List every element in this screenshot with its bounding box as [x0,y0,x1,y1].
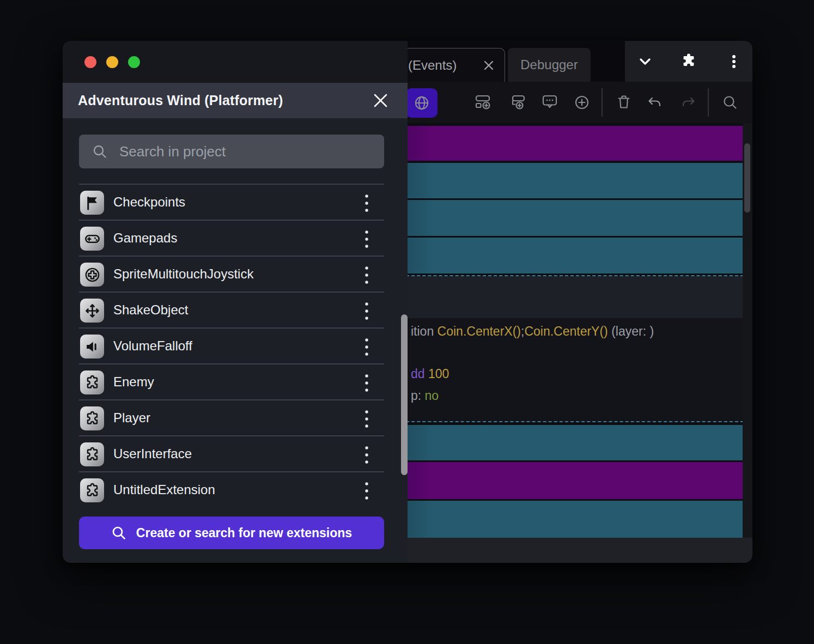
project-item-player[interactable]: Player [79,399,384,435]
add-subevent-button[interactable] [508,93,527,112]
project-item-volumefalloff[interactable]: VolumeFalloff [79,327,384,363]
delete-button[interactable] [615,93,633,112]
flag-icon [80,191,104,215]
project-item-label: UntitledExtension [113,482,215,497]
project-item-label: Player [113,410,150,426]
search-input[interactable]: Search in project [79,135,384,168]
panel-header: Adventurous Wind (Platformer) [63,83,408,118]
event-conditions-area[interactable] [402,276,743,318]
project-item-label: UserInterface [113,446,192,461]
add-event-button[interactable] [473,93,492,112]
project-item-gamepads[interactable]: Gamepads [79,220,384,256]
event-row-teal[interactable] [400,238,743,274]
item-menu-kebab-icon[interactable] [361,337,372,357]
puzzle-icon[interactable] [679,52,698,71]
search-button[interactable] [721,93,739,112]
undo-button[interactable] [646,93,665,112]
project-manager-panel: Adventurous Wind (Platformer) Search in … [63,41,408,563]
event-row-teal[interactable] [400,425,743,460]
puzzle-icon [80,370,104,394]
move-arrows-icon [80,299,104,323]
project-item-checkpoints[interactable]: Checkpoints [79,184,384,220]
window-titlebar[interactable] [63,41,408,83]
project-item-untitledextension[interactable]: UntitledExtension [79,471,384,507]
tab-close-icon[interactable] [482,58,496,72]
event-row-selected[interactable]: ition Coin.CenterX();Coin.CenterY() (lay… [400,275,744,422]
project-item-spritemultitouchjoystick[interactable]: SpriteMultitouchJoystick [79,256,384,291]
add-comment-button[interactable] [540,93,559,112]
kebab-menu-icon[interactable] [725,52,743,71]
event-row-teal[interactable] [400,501,743,538]
puzzle-icon [80,478,104,502]
desktop-backdrop: (Events) Debugger [0,0,814,644]
project-item-label: SpriteMultitouchJoystick [113,266,253,282]
zoom-window-button[interactable] [128,56,140,68]
project-item-shakeobject[interactable]: ShakeObject [79,291,384,327]
events-scrollbar-thumb[interactable] [744,143,750,212]
create-extension-label: Create or search for new extensions [136,526,352,540]
item-menu-kebab-icon[interactable] [361,229,372,250]
gdevelop-window: (Events) Debugger [63,41,752,563]
tab-debugger-label: Debugger [520,57,578,72]
item-menu-kebab-icon[interactable] [361,481,372,501]
project-item-label: Enemy [113,374,154,390]
puzzle-icon [80,442,104,466]
item-menu-kebab-icon[interactable] [361,409,372,429]
event-code-line: p: no [411,388,439,403]
joystick-icon [80,263,104,287]
panel-scrollbar-thumb[interactable] [401,314,408,475]
item-menu-kebab-icon[interactable] [361,193,372,214]
project-items-list: CheckpointsGamepadsSpriteMultitouchJoyst… [79,184,384,507]
close-window-button[interactable] [84,56,96,68]
event-code-line: ition Coin.CenterX();Coin.CenterY() (lay… [411,324,654,339]
close-icon[interactable] [373,93,388,108]
puzzle-icon [80,406,104,430]
event-row-teal[interactable] [400,200,743,236]
events-scrollbar[interactable] [743,123,752,538]
panel-title: Adventurous Wind (Platformer) [78,93,283,108]
project-item-label: Gamepads [113,230,177,246]
chevron-down-icon[interactable] [636,52,654,71]
window-actions [625,41,752,82]
add-other-button[interactable] [573,93,591,112]
toolbar-divider [602,88,603,117]
toolbar-divider [708,88,709,117]
item-menu-kebab-icon[interactable] [361,445,372,465]
search-icon [92,144,107,159]
redo-button[interactable] [678,93,697,112]
tab-debugger[interactable]: Debugger [508,48,591,82]
item-menu-kebab-icon[interactable] [361,301,372,321]
events-sheet-footer [368,538,752,563]
search-placeholder: Search in project [119,143,226,160]
event-row-purple[interactable] [400,126,743,161]
project-item-userinterface[interactable]: UserInterface [79,435,384,471]
speaker-icon [80,335,104,359]
minimize-window-button[interactable] [106,56,118,68]
gamepad-icon [80,227,104,251]
tab-events-label: (Events) [408,58,457,73]
project-item-enemy[interactable]: Enemy [79,363,384,399]
event-row-teal[interactable] [400,163,743,198]
project-item-label: ShakeObject [113,302,188,318]
item-menu-kebab-icon[interactable] [361,373,372,393]
global-events-button[interactable] [406,88,438,118]
project-item-label: Checkpoints [113,195,185,210]
event-row-purple[interactable] [400,462,743,499]
project-item-label: VolumeFalloff [113,338,192,354]
create-extension-button[interactable]: Create or search for new extensions [79,517,384,549]
event-code-line: dd 100 [411,367,449,381]
item-menu-kebab-icon[interactable] [361,265,372,285]
